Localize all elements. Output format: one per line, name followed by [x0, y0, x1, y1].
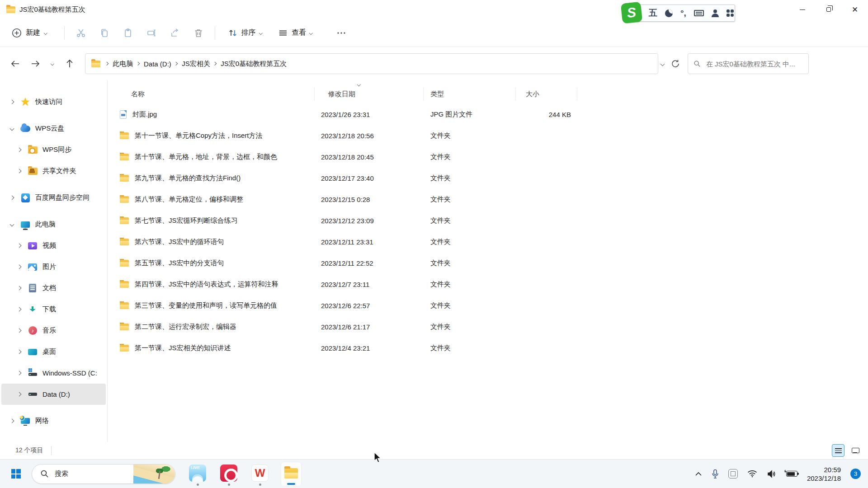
sidebar-item[interactable]: 快速访问 — [1, 91, 106, 113]
expand-chevron-icon[interactable] — [17, 371, 22, 375]
notification-badge[interactable]: 3 — [850, 469, 861, 479]
file-row[interactable]: 第九节课、单元格的查找方法Find() 2023/12/17 23:40 文件夹 — [118, 168, 868, 189]
breadcrumb-item[interactable]: Data (D:) — [133, 60, 171, 68]
ime-keyboard-icon[interactable] — [694, 10, 704, 16]
more-options-button[interactable] — [330, 23, 353, 43]
back-button[interactable] — [5, 54, 25, 74]
explorer-search[interactable] — [688, 53, 809, 74]
app-wps[interactable]: W — [250, 462, 270, 486]
search-input[interactable] — [706, 60, 803, 68]
expand-chevron-icon[interactable] — [10, 100, 14, 104]
file-row[interactable]: 第五节课、JS宏中的分支语句 2023/12/11 22:52 文件夹 — [118, 253, 868, 274]
sidebar-item[interactable]: WPS同步 — [1, 139, 106, 160]
expand-chevron-icon[interactable] — [17, 286, 22, 291]
sidebar-item-icon — [28, 241, 38, 251]
sogou-logo-icon[interactable]: S — [621, 2, 642, 23]
expand-chevron-icon[interactable] — [17, 307, 22, 312]
breadcrumb-item[interactable]: JS宏相关 — [171, 60, 210, 68]
taskbar-search[interactable]: 搜索 — [32, 464, 175, 484]
view-button[interactable]: 查看 — [270, 28, 321, 38]
file-row[interactable]: 第十一节课、单元格Copy方法，Insert方法 2023/12/18 20:5… — [118, 125, 868, 146]
ime-mode-wubi[interactable]: 五 — [649, 7, 657, 19]
expand-chevron-icon[interactable] — [10, 127, 14, 131]
file-row[interactable]: 封面.jpg 2023/1/26 23:31 JPG 图片文件 244 KB — [118, 104, 868, 125]
file-row[interactable]: 第二节课、运行宏录制宏，编辑器 2023/12/6 21:17 文件夹 — [118, 316, 868, 338]
expand-chevron-icon[interactable] — [10, 196, 14, 200]
address-dropdown-chevron[interactable] — [660, 61, 665, 66]
forward-button[interactable] — [25, 54, 45, 74]
column-header-date[interactable]: 修改日期 — [315, 87, 424, 101]
up-button[interactable] — [60, 54, 80, 74]
expand-chevron-icon[interactable] — [10, 222, 14, 227]
restore-button[interactable] — [816, 0, 842, 19]
file-row[interactable]: 第一节课、JS宏相关的知识讲述 2023/12/4 23:21 文件夹 — [118, 338, 868, 359]
paste-button[interactable] — [116, 23, 140, 43]
sidebar-item[interactable]: 图片 — [1, 256, 106, 277]
restore-icon — [826, 7, 831, 12]
sidebar-item[interactable]: WPS云盘 — [1, 118, 106, 139]
app-opera[interactable] — [218, 462, 239, 486]
volume-tray-icon[interactable] — [767, 470, 777, 478]
details-view-button[interactable] — [832, 444, 844, 457]
expand-chevron-icon[interactable] — [17, 392, 22, 397]
ime-punctuation[interactable]: °, — [680, 8, 686, 18]
sidebar-item[interactable]: 此电脑 — [1, 214, 106, 235]
sidebar-item[interactable]: 桌面 — [1, 341, 106, 362]
rename-button[interactable] — [140, 23, 163, 43]
refresh-icon[interactable] — [670, 59, 680, 69]
expand-chevron-icon[interactable] — [17, 169, 22, 174]
sidebar-item[interactable]: 百度网盘同步空间 — [1, 187, 106, 208]
search-highlight-image[interactable] — [133, 465, 175, 483]
column-header-name[interactable]: 名称 — [118, 87, 315, 101]
expand-chevron-icon[interactable] — [17, 265, 22, 269]
expand-chevron-icon[interactable] — [17, 148, 22, 152]
app-live[interactable]: LIVE — [187, 462, 208, 486]
recent-locations-button[interactable] — [45, 54, 60, 74]
expand-chevron-icon[interactable] — [17, 328, 22, 333]
breadcrumb-bar[interactable]: 此电脑 Data (D:) JS宏相关 JS宏0基础教程第五次 — [85, 53, 658, 74]
sort-button[interactable]: 排序 — [220, 28, 270, 38]
tray-overflow-button[interactable] — [695, 472, 702, 476]
file-row[interactable]: 第三节课、变量的使用和声明，读写单元格的值 2023/12/6 22:57 文件… — [118, 295, 868, 316]
sidebar-item[interactable]: Data (D:) — [1, 384, 106, 405]
new-button[interactable]: 新建 — [12, 28, 47, 38]
sidebar-item[interactable]: 网络 — [1, 410, 106, 432]
file-row[interactable]: 第四节课、JS宏中的语句表达式，运算符和注释 2023/12/7 23:11 文… — [118, 274, 868, 295]
copy-button[interactable] — [93, 23, 116, 43]
thumbnail-view-button[interactable] — [849, 444, 862, 457]
cut-button[interactable] — [69, 23, 93, 43]
file-date: 2023/12/11 22:52 — [315, 259, 424, 267]
column-header-size[interactable]: 大小 — [516, 87, 577, 101]
breadcrumb-item[interactable]: 此电脑 — [102, 60, 133, 68]
app-file-explorer[interactable] — [281, 462, 302, 486]
sidebar-item[interactable]: 文档 — [1, 277, 106, 299]
start-button[interactable] — [5, 464, 26, 484]
file-row[interactable]: 第八节课、单元格定位，偏移和调整 2023/12/15 0:28 文件夹 — [118, 189, 868, 210]
breadcrumb-item[interactable]: JS宏0基础教程第五次 — [210, 60, 287, 68]
sidebar-item[interactable]: Windows-SSD (C: — [1, 362, 106, 384]
sidebar-item[interactable]: 共享文件夹 — [1, 160, 106, 182]
clock[interactable]: 20:59 2023/12/18 — [807, 465, 841, 483]
sidebar-item[interactable]: 下载 — [1, 299, 106, 320]
microphone-tray-icon[interactable] — [712, 469, 719, 479]
wifi-tray-icon[interactable] — [747, 470, 757, 478]
ime-toolbar[interactable]: S 五 °, — [632, 5, 735, 22]
file-row[interactable]: 第七节课、JS宏循环判断综合练习 2023/12/12 23:09 文件夹 — [118, 210, 868, 231]
expand-chevron-icon[interactable] — [17, 350, 22, 354]
file-row[interactable]: 第六节课、JS宏中的循环语句 2023/12/11 23:31 文件夹 — [118, 231, 868, 253]
file-row[interactable]: 第十节课、单元格，地址，背景，边框，和颜色 2023/12/18 20:45 文… — [118, 146, 868, 168]
delete-button[interactable] — [187, 23, 210, 43]
ime-profile-icon[interactable] — [712, 9, 719, 17]
expand-chevron-icon[interactable] — [17, 244, 22, 248]
minimize-button[interactable] — [789, 0, 816, 19]
ime-halfmoon-icon[interactable] — [665, 9, 673, 17]
sidebar-item[interactable]: 音乐 — [1, 320, 106, 341]
column-header-type[interactable]: 类型 — [424, 87, 516, 101]
battery-tray-icon[interactable] — [786, 471, 797, 477]
ime-toolbox-icon[interactable] — [726, 9, 734, 17]
expand-chevron-icon[interactable] — [10, 419, 14, 423]
close-button[interactable]: ✕ — [842, 0, 868, 19]
sidebar-item[interactable]: 视频 — [1, 235, 106, 256]
ime-indicator-icon[interactable] — [728, 469, 738, 479]
share-button[interactable] — [163, 23, 187, 43]
